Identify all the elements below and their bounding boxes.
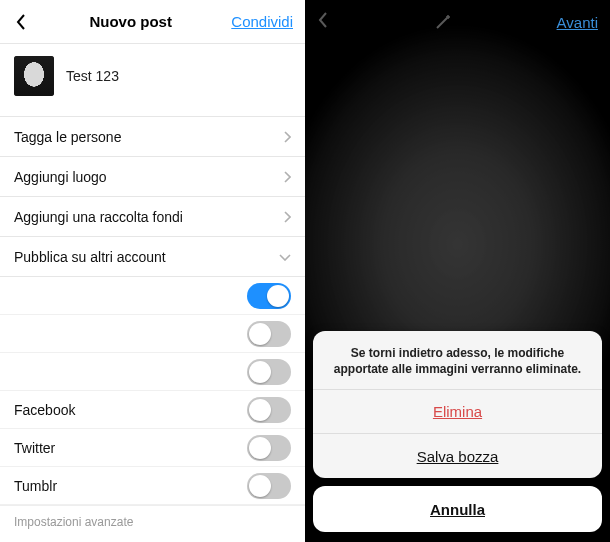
- chevron-right-icon: [283, 211, 291, 223]
- chevron-right-icon: [283, 171, 291, 183]
- chevron-right-icon: [283, 131, 291, 143]
- twitter-toggle-row: Twitter: [0, 429, 305, 467]
- account-toggle-row: [0, 353, 305, 391]
- add-location-row[interactable]: Aggiungi luogo: [0, 157, 305, 197]
- caption-text[interactable]: Test 123: [66, 68, 119, 84]
- advanced-label: Impostazioni avanzate: [14, 515, 133, 529]
- add-fundraiser-row[interactable]: Aggiungi una raccolta fondi: [0, 197, 305, 237]
- twitter-toggle[interactable]: [247, 435, 291, 461]
- row-label: Aggiungi una raccolta fondi: [14, 209, 183, 225]
- cancel-button[interactable]: Annulla: [313, 486, 602, 532]
- tag-people-row[interactable]: Tagga le persone: [0, 117, 305, 157]
- toggle-label: Twitter: [14, 440, 55, 456]
- advanced-settings-row[interactable]: Impostazioni avanzate: [0, 505, 305, 537]
- back-icon[interactable]: [317, 11, 329, 33]
- magic-wand-icon[interactable]: [433, 12, 453, 32]
- new-post-screen: Nuovo post Condividi Test 123 Tagga le p…: [0, 0, 305, 542]
- save-draft-button[interactable]: Salva bozza: [313, 434, 602, 478]
- account-toggle[interactable]: [247, 359, 291, 385]
- row-label: Pubblica su altri account: [14, 249, 166, 265]
- account-toggle[interactable]: [247, 283, 291, 309]
- toggle-label: Tumblr: [14, 478, 57, 494]
- discard-action-sheet: Se torni indietro adesso, le modifiche a…: [313, 331, 602, 532]
- toggle-label: Facebook: [14, 402, 75, 418]
- tumblr-toggle-row: Tumblr: [0, 467, 305, 505]
- header-title: Nuovo post: [30, 13, 231, 30]
- chevron-down-icon: [279, 253, 291, 261]
- tumblr-toggle[interactable]: [247, 473, 291, 499]
- next-button[interactable]: Avanti: [557, 14, 598, 31]
- account-toggle-row: [0, 315, 305, 353]
- sheet-card: Se torni indietro adesso, le modifiche a…: [313, 331, 602, 478]
- sheet-message: Se torni indietro adesso, le modifiche a…: [313, 331, 602, 390]
- post-thumbnail[interactable]: [14, 56, 54, 96]
- facebook-toggle[interactable]: [247, 397, 291, 423]
- delete-button[interactable]: Elimina: [313, 390, 602, 434]
- account-toggle-row: [0, 277, 305, 315]
- row-label: Aggiungi luogo: [14, 169, 107, 185]
- caption-row[interactable]: Test 123: [0, 44, 305, 117]
- left-header: Nuovo post Condividi: [0, 0, 305, 44]
- right-header: Avanti: [305, 0, 610, 44]
- post-other-accounts-row[interactable]: Pubblica su altri account: [0, 237, 305, 277]
- row-label: Tagga le persone: [14, 129, 121, 145]
- edit-photo-screen: Avanti Se torni indietro adesso, le modi…: [305, 0, 610, 542]
- account-toggle[interactable]: [247, 321, 291, 347]
- back-icon[interactable]: [12, 13, 30, 31]
- facebook-toggle-row: Facebook: [0, 391, 305, 429]
- share-button[interactable]: Condividi: [231, 13, 293, 30]
